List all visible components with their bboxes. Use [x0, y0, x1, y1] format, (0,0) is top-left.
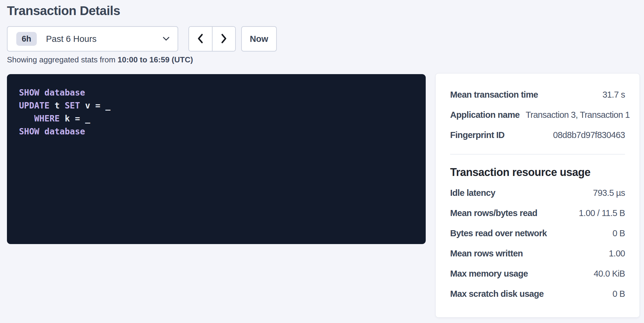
stat-value: 31.7 s	[602, 89, 625, 100]
stat-value: 0 B	[613, 288, 625, 299]
note-prefix: Showing aggregated stats from	[7, 55, 118, 64]
sql-code-line: WHERE k = _	[19, 112, 417, 125]
chevron-down-icon	[163, 36, 170, 41]
time-picker-controls: 6h Past 6 Hours Now	[7, 26, 277, 52]
time-range-label: Past 6 Hours	[46, 34, 97, 44]
sql-code-line: SHOW database	[19, 86, 417, 99]
sql-token-keyword: SET	[65, 101, 80, 111]
time-shortcut-badge: 6h	[16, 32, 37, 46]
stat-value: Transaction 3, Transaction 1	[526, 109, 630, 120]
stat-label: Fingerprint ID	[450, 130, 504, 140]
sql-code-line: SHOW database	[19, 125, 417, 138]
stat-label: Mean transaction time	[450, 89, 538, 100]
stat-row: Mean rows/bytes read1.00 / 11.5 B	[450, 208, 625, 218]
sql-token-plain: k = _	[60, 114, 90, 124]
stat-value: 793.5 µs	[593, 187, 625, 198]
stat-row: Max memory usage40.0 KiB	[450, 268, 625, 279]
chevron-left-icon	[196, 33, 205, 45]
transaction-details-card: Mean transaction time31.7 sApplication n…	[435, 73, 640, 318]
stat-row: Max scratch disk usage0 B	[450, 288, 625, 299]
note-time-range: 10:00 to 16:59 (UTC)	[118, 55, 193, 64]
sql-token-plain	[19, 114, 34, 124]
sql-token-keyword: UPDATE	[19, 101, 49, 111]
stat-label: Mean rows written	[450, 248, 523, 259]
sql-token-keyword: WHERE	[34, 114, 60, 124]
sql-code-line: UPDATE t SET v = _	[19, 99, 417, 112]
aggregated-stats-note: Showing aggregated stats from 10:00 to 1…	[7, 55, 193, 65]
page-title: Transaction Details	[7, 2, 120, 19]
stat-row: Fingerprint ID08d8b7d97f830463	[450, 130, 625, 140]
stat-value: 0 B	[613, 228, 625, 239]
stat-label: Application name	[450, 109, 520, 120]
stat-value: 1.00 / 11.5 B	[579, 208, 625, 218]
stat-label: Mean rows/bytes read	[450, 208, 537, 218]
time-pager	[188, 26, 236, 52]
stat-label: Bytes read over network	[450, 228, 547, 239]
stat-row: Mean rows written1.00	[450, 248, 625, 259]
stat-label: Max memory usage	[450, 268, 528, 279]
stat-label: Idle latency	[450, 187, 495, 198]
sql-statement-lines: SHOW databaseUPDATE t SET v = _ WHERE k …	[19, 86, 417, 138]
card-divider	[450, 154, 625, 155]
sql-token-keyword: SHOW database	[19, 127, 85, 136]
sql-token-plain: v = _	[80, 101, 110, 111]
stat-value: 40.0 KiB	[594, 268, 625, 279]
stat-row: Bytes read over network0 B	[450, 228, 625, 239]
previous-interval-button[interactable]	[189, 27, 213, 51]
summary-stats: Mean transaction time31.7 sApplication n…	[450, 89, 625, 140]
time-range-dropdown[interactable]: 6h Past 6 Hours	[7, 26, 178, 52]
stat-row: Idle latency793.5 µs	[450, 187, 625, 198]
next-interval-button[interactable]	[213, 27, 235, 51]
stat-label: Max scratch disk usage	[450, 288, 544, 299]
resource-usage-stats: Idle latency793.5 µsMean rows/bytes read…	[450, 187, 625, 299]
sql-token-plain: t	[49, 101, 65, 111]
resource-usage-heading: Transaction resource usage	[450, 166, 625, 179]
stat-row: Mean transaction time31.7 s	[450, 89, 625, 100]
chevron-right-icon	[219, 33, 228, 45]
stat-value: 1.00	[609, 248, 625, 259]
sql-token-keyword: SHOW database	[19, 88, 85, 98]
now-button[interactable]: Now	[241, 26, 277, 52]
stat-value: 08d8b7d97f830463	[553, 130, 625, 140]
stat-row: Application nameTransaction 3, Transacti…	[450, 109, 625, 120]
sql-statement-box: SHOW databaseUPDATE t SET v = _ WHERE k …	[7, 74, 426, 244]
